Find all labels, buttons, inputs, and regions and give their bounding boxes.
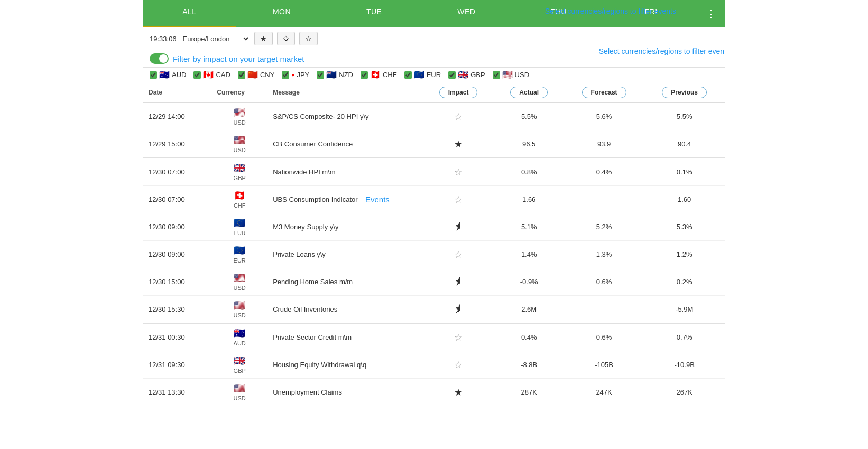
- currency-gbp-checkbox[interactable]: [448, 71, 456, 79]
- cell-date: 12/30 07:00: [143, 158, 211, 186]
- cell-currency: 🇨🇭CHF: [211, 186, 267, 213]
- cell-previous: -5.9M: [644, 296, 725, 324]
- currency-chf-checkbox[interactable]: [361, 71, 368, 79]
- table-row: 12/30 07:00🇨🇭CHFUBS Consumption Indicato…: [143, 186, 725, 213]
- currency-nzd-checkbox[interactable]: [317, 71, 324, 79]
- col-header-previous: Previous: [644, 82, 725, 103]
- currency-code-cell: AUD: [234, 340, 246, 347]
- flag-cad: 🇨🇦: [203, 71, 214, 79]
- cell-message: S&P/CS Composite- 20 HPI y\y: [267, 103, 422, 130]
- flag-cell: 🇦🇺: [234, 328, 245, 339]
- cell-date: 12/30 15:30: [143, 296, 211, 324]
- impact-filter-toggle[interactable]: [150, 53, 169, 64]
- currency-cad-label: CAD: [216, 71, 230, 79]
- flag-cell: 🇺🇸: [234, 273, 245, 283]
- events-table: Date Currency Message Impact Actual Fore…: [143, 82, 725, 406]
- cell-previous: 0.7%: [644, 323, 725, 351]
- currency-eur-checkbox[interactable]: [404, 71, 412, 79]
- cell-actual: 1.66: [494, 186, 564, 213]
- flag-usd: 🇺🇸: [502, 71, 513, 79]
- table-row: 12/30 09:00🇪🇺EURM3 Money Supply y\y⯨5.1%…: [143, 213, 725, 241]
- timezone-select[interactable]: Europe/London America/New_York Asia/Toky…: [181, 34, 250, 43]
- cell-forecast: 1.3%: [564, 241, 644, 268]
- currency-aud-checkbox[interactable]: [150, 71, 157, 79]
- cell-previous: -10.9B: [644, 351, 725, 379]
- cell-impact[interactable]: ⯨: [423, 296, 494, 324]
- cell-message: Nationwide HPI m\m: [267, 158, 422, 186]
- cell-currency: 🇺🇸USD: [211, 103, 267, 130]
- cell-impact[interactable]: ☆: [423, 186, 494, 213]
- currency-code-cell: EUR: [234, 257, 246, 264]
- cell-forecast: [564, 296, 644, 324]
- cell-forecast: 5.2%: [564, 213, 644, 241]
- cell-impact[interactable]: ★: [423, 379, 494, 406]
- cell-previous: 0.1%: [644, 158, 725, 186]
- cell-forecast: 0.4%: [564, 158, 644, 186]
- currency-jpy-checkbox[interactable]: [282, 71, 289, 79]
- cell-impact[interactable]: ☆: [423, 103, 494, 130]
- cell-actual: 287K: [494, 379, 564, 406]
- star-filled-button[interactable]: ★: [254, 32, 273, 45]
- cell-date: 12/29 15:00: [143, 130, 211, 158]
- flag-eur: 🇪🇺: [414, 71, 424, 79]
- star-half-button[interactable]: ✩: [277, 32, 295, 45]
- tab-all[interactable]: ALL: [143, 0, 236, 27]
- cell-previous: 267K: [644, 379, 725, 406]
- cell-date: 12/29 14:00: [143, 103, 211, 130]
- flag-cell: 🇺🇸: [234, 300, 245, 311]
- cell-forecast: 247K: [564, 379, 644, 406]
- flag-nzd: 🇳🇿: [326, 71, 337, 79]
- currency-code-cell: USD: [234, 285, 246, 291]
- currency-cny-label: CNY: [260, 71, 274, 79]
- currency-cad[interactable]: 🇨🇦 CAD: [193, 71, 230, 79]
- star-empty-icon: ☆: [454, 194, 463, 205]
- currency-eur[interactable]: 🇪🇺 EUR: [404, 71, 441, 79]
- tab-tue[interactable]: TUE: [328, 0, 420, 27]
- cell-message: Private Loans y\y: [267, 241, 422, 268]
- currency-nzd[interactable]: 🇳🇿 NZD: [317, 71, 353, 79]
- table-header-row: Date Currency Message Impact Actual Fore…: [143, 82, 725, 103]
- cell-impact[interactable]: ☆: [423, 323, 494, 351]
- cell-forecast: -105B: [564, 351, 644, 379]
- col-header-impact: Impact: [423, 82, 494, 103]
- star-empty-icon: ☆: [454, 167, 463, 177]
- toolbar: 19:33:06 Europe/London America/New_York …: [143, 27, 725, 50]
- cell-currency: 🇺🇸USD: [211, 130, 267, 158]
- cell-impact[interactable]: ☆: [423, 158, 494, 186]
- cell-message: Housing Equity Withdrawal q\q: [267, 351, 422, 379]
- cell-actual: -8.8B: [494, 351, 564, 379]
- table-row: 12/31 00:30🇦🇺AUDPrivate Sector Credit m\…: [143, 323, 725, 351]
- cell-impact[interactable]: ★: [423, 130, 494, 158]
- cell-impact[interactable]: ⯨: [423, 268, 494, 296]
- col-header-date: Date: [143, 82, 211, 103]
- currency-cad-checkbox[interactable]: [193, 71, 201, 79]
- tab-mon[interactable]: MON: [236, 0, 328, 27]
- tab-wed[interactable]: WED: [420, 0, 513, 27]
- currency-usd[interactable]: 🇺🇸 USD: [493, 71, 529, 79]
- currency-code-cell: EUR: [234, 230, 246, 236]
- currency-usd-checkbox[interactable]: [493, 71, 500, 79]
- cell-impact[interactable]: ☆: [423, 351, 494, 379]
- currency-cny[interactable]: 🇨🇳 CNY: [238, 71, 274, 79]
- cell-date: 12/30 09:00: [143, 213, 211, 241]
- cell-impact[interactable]: ⯨: [423, 213, 494, 241]
- currency-eur-label: EUR: [427, 71, 441, 79]
- cell-impact[interactable]: ☆: [423, 241, 494, 268]
- star-empty-icon: ☆: [454, 111, 463, 122]
- cell-forecast: 0.6%: [564, 268, 644, 296]
- currency-aud[interactable]: 🇦🇺 AUD: [150, 71, 186, 79]
- star-empty-button[interactable]: ☆: [299, 32, 318, 45]
- cell-forecast: 93.9: [564, 130, 644, 158]
- currency-chf[interactable]: 🇨🇭 CHF: [361, 71, 397, 79]
- more-options-button[interactable]: ⋮: [697, 0, 725, 27]
- cell-currency: 🇦🇺AUD: [211, 323, 267, 351]
- currency-jpy[interactable]: ● JPY: [282, 71, 309, 79]
- currency-cny-checkbox[interactable]: [238, 71, 245, 79]
- cell-forecast: 5.6%: [564, 103, 644, 130]
- cell-currency: 🇺🇸USD: [211, 268, 267, 296]
- currency-gbp[interactable]: 🇬🇧 GBP: [448, 71, 485, 79]
- cell-currency: 🇪🇺EUR: [211, 213, 267, 241]
- star-half-icon: ⯨: [454, 276, 463, 287]
- cell-previous: 1.2%: [644, 241, 725, 268]
- cell-previous: 90.4: [644, 130, 725, 158]
